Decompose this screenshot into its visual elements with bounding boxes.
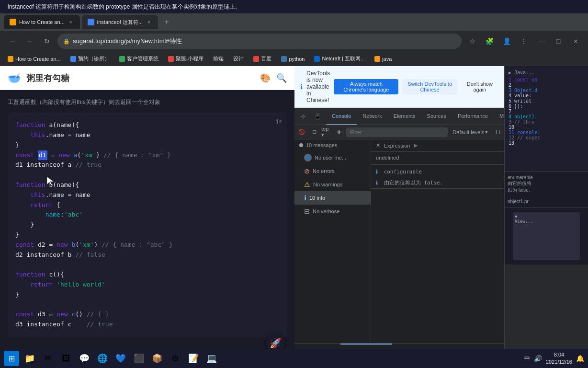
tab-sources[interactable]: Sources [421,108,452,125]
tab-console[interactable]: Console [326,108,357,125]
bookmark-netcraft[interactable]: Netcraft | 互联网... [310,54,369,64]
profile-icon[interactable]: 👤 [500,34,513,48]
devtools-inspect-icon[interactable]: ⊹ [296,110,310,123]
tab-network[interactable]: Network [357,108,387,125]
tab-close-active[interactable]: × [146,19,152,25]
expand-icon[interactable]: ▶ [414,142,418,149]
reload-button[interactable]: ↻ [40,34,54,48]
filter-input[interactable] [346,127,448,137]
user-icon: 👤 [304,154,312,161]
console-output[interactable]: ℹ configurable ℹ 由它的值将以为 false. [371,165,504,343]
clear-button[interactable]: 🚫 [296,127,307,138]
minimize-button[interactable]: — [534,34,548,48]
main-content: 🥣 粥里有勾糖 🎨 🔍 工普通函数（内部没有使用this关键字）则去返回一个全对… [0,66,588,362]
bookmark-juyi[interactable]: 聚医-小程序 [164,54,208,64]
code-line: } [15,230,279,240]
more-icon[interactable]: ⋮ [517,34,531,48]
code-line: } [15,290,279,300]
taskbar-app5[interactable]: 💻 [203,350,220,367]
message-count: 1 i [493,129,502,135]
match-language-button[interactable]: Always match Chrome's language [334,79,398,94]
tab-performance[interactable]: Performance [452,108,494,125]
taskbar-wechat[interactable]: 💬 [76,350,93,367]
tray-icon-network[interactable]: 🔊 [534,355,542,362]
devtools-device-icon[interactable]: 📱 [311,110,324,123]
back-button[interactable]: ← [6,34,19,48]
dont-show-button[interactable]: Don't show again [461,79,498,94]
address-bar: ← → ↻ 🔒 sugarat.top/coding/js/myNew.html… [0,31,588,52]
taskbar-app1[interactable]: ✉ [39,350,57,367]
bookmark-label: 设计 [233,55,244,62]
filter-info[interactable]: ℹ 10 info [294,191,371,205]
context-selector[interactable]: top ▾ [321,127,332,138]
taskbar-chrome[interactable]: 🌐 [94,350,111,367]
start-button[interactable]: ⊞ [4,351,19,366]
search-icon[interactable]: 🔍 [276,73,287,83]
right-code-line: 9 // thro [509,119,584,125]
tab-close[interactable]: × [68,19,74,25]
tab-memory[interactable]: Memory [494,108,504,125]
filter-icon[interactable]: ⊟ [309,127,319,138]
bookmark-design[interactable]: 设计 [229,54,248,64]
bookmark-baidu[interactable]: 百度 [249,54,275,64]
bookmark-frontend[interactable]: 前端 [209,54,227,64]
filter-label: 10 messages [306,142,337,148]
notification-center[interactable]: 🔔 [576,355,584,362]
right-code-line: 8 object1. [509,114,584,119]
filter-user-messages[interactable]: 👤 No user me... [294,151,371,164]
bookmark-label: 客户管理系统 [127,55,158,62]
tray-icon-keyboard[interactable]: 中 [524,355,530,363]
webpage-header: 🥣 粥里有勾糖 🎨 🔍 [0,66,294,90]
close-button[interactable]: × [569,34,582,48]
bookmark-label: 预约（诊所） [78,55,110,62]
switch-chinese-button[interactable]: Switch DevTools to Chinese [402,79,457,94]
right-code-line: 13 [509,140,584,146]
default-levels-label: Default levels [452,129,484,135]
new-tab-button[interactable]: + [160,15,173,29]
filter-all-messages[interactable]: 10 messages [294,139,371,151]
announcement-text: instanceof 运算符用于检测构造函数的 prototype 属性是否出现… [8,3,241,11]
filter-errors[interactable]: ⊘ No errors [294,164,371,178]
bookmark-java[interactable]: java [371,54,396,64]
taskbar-notepad[interactable]: 📝 [185,350,202,367]
info-icon: ℹ [300,83,303,91]
devtools-left-icons: ⊹ 📱 [294,110,326,123]
taskbar-app3[interactable]: 📦 [148,350,166,367]
bookmark-icon[interactable]: ☆ [465,34,479,48]
address-input[interactable]: 🔒 sugarat.top/coding/js/myNew.html#特性 [57,34,462,49]
maximize-button[interactable]: □ [552,34,565,48]
bookmark-yuyue[interactable]: 预约（诊所） [67,54,113,64]
taskbar-time[interactable]: 8:04 2021/12/16 [546,351,572,366]
right-code-line: 1 const ob [509,77,584,82]
taskbar-terminal[interactable]: ⬛ [130,350,147,367]
eye-icon[interactable]: 👁 [334,127,344,138]
bookmark-python[interactable]: python [277,54,308,64]
bookmark-crm[interactable]: 客户管理系统 [115,54,162,64]
extensions-icon[interactable]: 🧩 [483,34,496,48]
date-display: 2021/12/16 [546,358,572,366]
taskbar-icons: 📁 ✉ 🖼 💬 🌐 💙 ⬛ 📦 ⚙ 📝 💻 [21,350,220,367]
filter-label: No errors [313,168,335,174]
levels-chevron: ▾ [485,129,488,135]
bookmark-favicon [253,56,259,62]
filter-label: No warnings [313,182,342,187]
info-filter-icon: ℹ [304,194,306,202]
palette-icon[interactable]: 🎨 [260,73,271,83]
time-display: 8:04 [546,351,572,358]
taskbar-explorer[interactable]: 📁 [21,350,38,367]
taskbar-vscode[interactable]: 💙 [112,350,129,367]
tab-how-to[interactable]: How to Create an... × [4,15,80,29]
taskbar-app4[interactable]: ⚙ [167,350,184,367]
taskbar-app2[interactable]: 🖼 [57,350,75,367]
prop-line: 以为 false. [508,187,585,194]
bookmark-label: 前端 [213,55,224,62]
tab-elements[interactable]: Elements [388,108,421,125]
right-panel: ▶ Java... 1 const ob 2 3 Object.d 4 valu… [504,66,588,362]
expression-close[interactable]: ✕ [376,142,380,149]
filter-verbose[interactable]: ⊟ No verbose [294,205,371,218]
default-levels-dropdown[interactable]: Default levels ▾ [450,129,491,135]
tab-instanceof[interactable]: instanceof 运算符... × [82,15,158,29]
bookmark-how-to[interactable]: How to Create an... [4,54,65,64]
filter-warnings[interactable]: ⚠ No warnings [294,178,371,191]
forward-button[interactable]: → [23,34,36,48]
